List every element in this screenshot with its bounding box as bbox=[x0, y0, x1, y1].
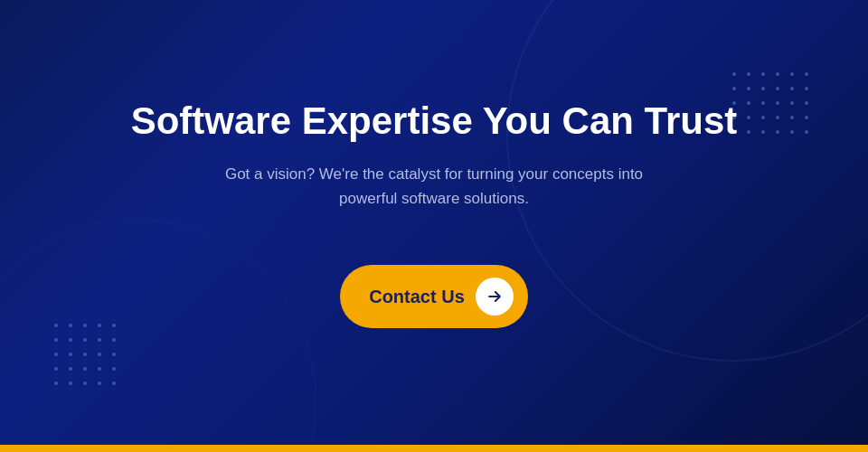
contact-us-button[interactable]: Contact Us bbox=[340, 265, 528, 328]
dots-top-right bbox=[732, 72, 814, 139]
arc-decoration-2 bbox=[0, 219, 316, 445]
cta-button-label: Contact Us bbox=[369, 287, 465, 307]
page-wrapper: Software Expertise You Can Trust Got a v… bbox=[0, 0, 868, 452]
bottom-bar bbox=[0, 445, 868, 452]
arrow-right-icon bbox=[486, 287, 504, 306]
hero-subtitle: Got a vision? We're the catalyst for tur… bbox=[199, 162, 669, 211]
dots-bottom-left bbox=[54, 324, 121, 391]
hero-title: Software Expertise You Can Trust bbox=[131, 99, 738, 144]
cta-arrow-circle bbox=[476, 278, 514, 315]
hero-section: Software Expertise You Can Trust Got a v… bbox=[0, 0, 868, 445]
